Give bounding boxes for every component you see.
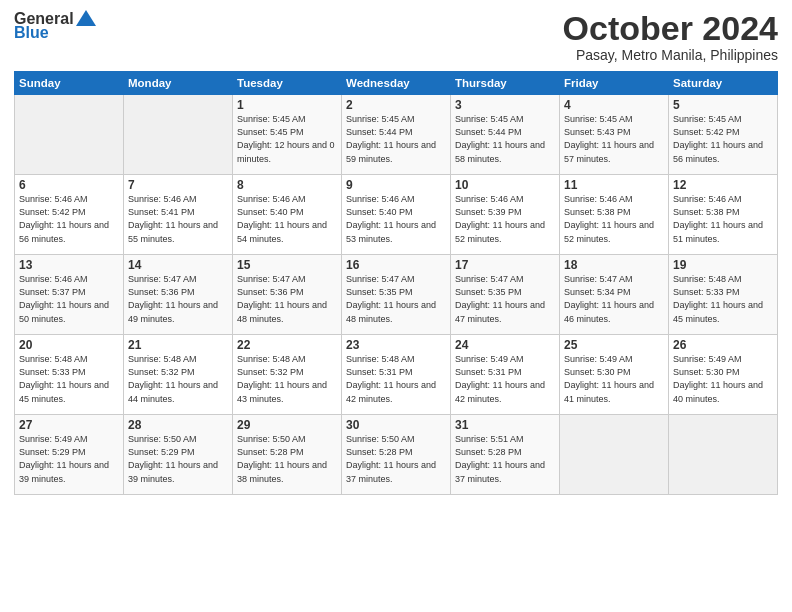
day-info: Sunrise: 5:48 AM Sunset: 5:32 PM Dayligh…	[128, 353, 228, 405]
day-info: Sunrise: 5:46 AM Sunset: 5:39 PM Dayligh…	[455, 193, 555, 245]
svg-marker-0	[76, 10, 96, 26]
day-number: 2	[346, 98, 446, 112]
day-number: 9	[346, 178, 446, 192]
day-number: 26	[673, 338, 773, 352]
calendar-cell	[124, 95, 233, 175]
day-info: Sunrise: 5:50 AM Sunset: 5:28 PM Dayligh…	[237, 433, 337, 485]
calendar-cell: 8Sunrise: 5:46 AM Sunset: 5:40 PM Daylig…	[233, 175, 342, 255]
weekday-header-tuesday: Tuesday	[233, 72, 342, 95]
day-info: Sunrise: 5:49 AM Sunset: 5:30 PM Dayligh…	[673, 353, 773, 405]
weekday-header-thursday: Thursday	[451, 72, 560, 95]
calendar-week-3: 13Sunrise: 5:46 AM Sunset: 5:37 PM Dayli…	[15, 255, 778, 335]
calendar-cell: 23Sunrise: 5:48 AM Sunset: 5:31 PM Dayli…	[342, 335, 451, 415]
location-title: Pasay, Metro Manila, Philippines	[563, 47, 778, 63]
calendar-cell: 10Sunrise: 5:46 AM Sunset: 5:39 PM Dayli…	[451, 175, 560, 255]
calendar-body: 1Sunrise: 5:45 AM Sunset: 5:45 PM Daylig…	[15, 95, 778, 495]
day-number: 27	[19, 418, 119, 432]
calendar-cell: 30Sunrise: 5:50 AM Sunset: 5:28 PM Dayli…	[342, 415, 451, 495]
day-info: Sunrise: 5:46 AM Sunset: 5:37 PM Dayligh…	[19, 273, 119, 325]
day-info: Sunrise: 5:45 AM Sunset: 5:42 PM Dayligh…	[673, 113, 773, 165]
day-number: 15	[237, 258, 337, 272]
day-number: 4	[564, 98, 664, 112]
day-info: Sunrise: 5:48 AM Sunset: 5:33 PM Dayligh…	[19, 353, 119, 405]
calendar-cell: 5Sunrise: 5:45 AM Sunset: 5:42 PM Daylig…	[669, 95, 778, 175]
calendar-week-2: 6Sunrise: 5:46 AM Sunset: 5:42 PM Daylig…	[15, 175, 778, 255]
calendar-cell: 28Sunrise: 5:50 AM Sunset: 5:29 PM Dayli…	[124, 415, 233, 495]
calendar-cell: 27Sunrise: 5:49 AM Sunset: 5:29 PM Dayli…	[15, 415, 124, 495]
weekday-header-wednesday: Wednesday	[342, 72, 451, 95]
day-info: Sunrise: 5:48 AM Sunset: 5:33 PM Dayligh…	[673, 273, 773, 325]
day-info: Sunrise: 5:46 AM Sunset: 5:42 PM Dayligh…	[19, 193, 119, 245]
logo: General Blue	[14, 10, 96, 42]
calendar-cell: 13Sunrise: 5:46 AM Sunset: 5:37 PM Dayli…	[15, 255, 124, 335]
calendar-cell: 16Sunrise: 5:47 AM Sunset: 5:35 PM Dayli…	[342, 255, 451, 335]
day-number: 20	[19, 338, 119, 352]
day-number: 6	[19, 178, 119, 192]
day-number: 22	[237, 338, 337, 352]
calendar-cell: 18Sunrise: 5:47 AM Sunset: 5:34 PM Dayli…	[560, 255, 669, 335]
logo-blue: Blue	[14, 24, 49, 42]
day-info: Sunrise: 5:45 AM Sunset: 5:44 PM Dayligh…	[346, 113, 446, 165]
day-number: 29	[237, 418, 337, 432]
logo-icon	[76, 10, 96, 26]
weekday-header-friday: Friday	[560, 72, 669, 95]
day-info: Sunrise: 5:48 AM Sunset: 5:32 PM Dayligh…	[237, 353, 337, 405]
calendar-cell	[669, 415, 778, 495]
day-info: Sunrise: 5:46 AM Sunset: 5:38 PM Dayligh…	[564, 193, 664, 245]
day-info: Sunrise: 5:46 AM Sunset: 5:41 PM Dayligh…	[128, 193, 228, 245]
day-number: 30	[346, 418, 446, 432]
day-number: 31	[455, 418, 555, 432]
day-info: Sunrise: 5:46 AM Sunset: 5:40 PM Dayligh…	[237, 193, 337, 245]
day-info: Sunrise: 5:46 AM Sunset: 5:38 PM Dayligh…	[673, 193, 773, 245]
day-info: Sunrise: 5:48 AM Sunset: 5:31 PM Dayligh…	[346, 353, 446, 405]
calendar-cell: 21Sunrise: 5:48 AM Sunset: 5:32 PM Dayli…	[124, 335, 233, 415]
calendar-cell: 7Sunrise: 5:46 AM Sunset: 5:41 PM Daylig…	[124, 175, 233, 255]
header: General Blue October 2024 Pasay, Metro M…	[14, 10, 778, 63]
page: General Blue October 2024 Pasay, Metro M…	[0, 0, 792, 612]
day-number: 16	[346, 258, 446, 272]
day-info: Sunrise: 5:49 AM Sunset: 5:31 PM Dayligh…	[455, 353, 555, 405]
day-info: Sunrise: 5:49 AM Sunset: 5:29 PM Dayligh…	[19, 433, 119, 485]
calendar-week-1: 1Sunrise: 5:45 AM Sunset: 5:45 PM Daylig…	[15, 95, 778, 175]
title-area: October 2024 Pasay, Metro Manila, Philip…	[563, 10, 778, 63]
day-number: 17	[455, 258, 555, 272]
day-number: 19	[673, 258, 773, 272]
day-info: Sunrise: 5:45 AM Sunset: 5:44 PM Dayligh…	[455, 113, 555, 165]
day-number: 18	[564, 258, 664, 272]
calendar-cell: 15Sunrise: 5:47 AM Sunset: 5:36 PM Dayli…	[233, 255, 342, 335]
calendar-table: SundayMondayTuesdayWednesdayThursdayFrid…	[14, 71, 778, 495]
calendar-cell: 20Sunrise: 5:48 AM Sunset: 5:33 PM Dayli…	[15, 335, 124, 415]
day-info: Sunrise: 5:45 AM Sunset: 5:43 PM Dayligh…	[564, 113, 664, 165]
day-number: 5	[673, 98, 773, 112]
weekday-header-row: SundayMondayTuesdayWednesdayThursdayFrid…	[15, 72, 778, 95]
day-number: 24	[455, 338, 555, 352]
calendar-cell: 3Sunrise: 5:45 AM Sunset: 5:44 PM Daylig…	[451, 95, 560, 175]
calendar-cell: 25Sunrise: 5:49 AM Sunset: 5:30 PM Dayli…	[560, 335, 669, 415]
day-info: Sunrise: 5:45 AM Sunset: 5:45 PM Dayligh…	[237, 113, 337, 165]
month-title: October 2024	[563, 10, 778, 47]
calendar-cell: 12Sunrise: 5:46 AM Sunset: 5:38 PM Dayli…	[669, 175, 778, 255]
calendar-cell: 1Sunrise: 5:45 AM Sunset: 5:45 PM Daylig…	[233, 95, 342, 175]
day-number: 10	[455, 178, 555, 192]
day-info: Sunrise: 5:49 AM Sunset: 5:30 PM Dayligh…	[564, 353, 664, 405]
day-number: 14	[128, 258, 228, 272]
calendar-cell	[560, 415, 669, 495]
day-number: 1	[237, 98, 337, 112]
calendar-cell: 11Sunrise: 5:46 AM Sunset: 5:38 PM Dayli…	[560, 175, 669, 255]
weekday-header-saturday: Saturday	[669, 72, 778, 95]
calendar-cell: 22Sunrise: 5:48 AM Sunset: 5:32 PM Dayli…	[233, 335, 342, 415]
day-number: 25	[564, 338, 664, 352]
calendar-cell: 6Sunrise: 5:46 AM Sunset: 5:42 PM Daylig…	[15, 175, 124, 255]
day-number: 3	[455, 98, 555, 112]
calendar-cell: 29Sunrise: 5:50 AM Sunset: 5:28 PM Dayli…	[233, 415, 342, 495]
day-number: 21	[128, 338, 228, 352]
day-number: 28	[128, 418, 228, 432]
calendar-cell: 31Sunrise: 5:51 AM Sunset: 5:28 PM Dayli…	[451, 415, 560, 495]
day-number: 8	[237, 178, 337, 192]
calendar-week-5: 27Sunrise: 5:49 AM Sunset: 5:29 PM Dayli…	[15, 415, 778, 495]
day-number: 12	[673, 178, 773, 192]
day-number: 7	[128, 178, 228, 192]
day-info: Sunrise: 5:47 AM Sunset: 5:35 PM Dayligh…	[346, 273, 446, 325]
calendar-week-4: 20Sunrise: 5:48 AM Sunset: 5:33 PM Dayli…	[15, 335, 778, 415]
calendar-cell: 26Sunrise: 5:49 AM Sunset: 5:30 PM Dayli…	[669, 335, 778, 415]
